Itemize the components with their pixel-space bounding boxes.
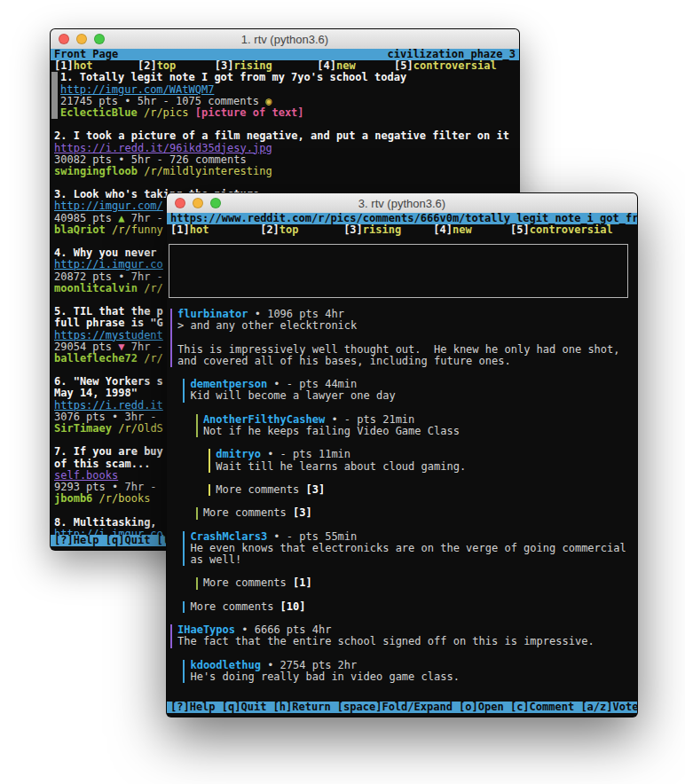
tab-controversial[interactable]: controversial bbox=[530, 224, 613, 236]
tab-new-key[interactable]: [4] bbox=[433, 224, 453, 236]
post-flair: [picture of text] bbox=[195, 107, 304, 119]
comment-username[interactable]: dementperson bbox=[190, 379, 267, 390]
post-link[interactable]: http://imgur.com/ bbox=[54, 200, 163, 212]
post-subreddit[interactable]: /r/pics bbox=[144, 107, 189, 119]
tab-hot-key[interactable]: [1] bbox=[170, 224, 190, 236]
tab-top-key[interactable]: [2] bbox=[260, 224, 280, 236]
tab-top[interactable]: top bbox=[157, 60, 177, 72]
post-subreddit[interactable]: /r/books bbox=[99, 493, 151, 505]
post-author-line[interactable]: EclecticBlue /r/pics [picture of text] bbox=[51, 107, 519, 119]
more-comments-line[interactable]: More comments [3] bbox=[167, 484, 637, 496]
tab-new[interactable]: new bbox=[336, 60, 356, 72]
comment-username[interactable]: CrashMclars3 bbox=[190, 531, 267, 543]
comment-body-line[interactable]: Not if he keeps failing Video Game Class bbox=[167, 426, 637, 437]
post-author[interactable]: ballefleche72 bbox=[54, 353, 138, 365]
post-meta-line[interactable]: 30082 pts • 5hr - 726 comments bbox=[51, 154, 519, 166]
comment-text: He even knows that electronicks are on t… bbox=[190, 543, 626, 554]
comment-username[interactable]: AnotherFilthyCashew bbox=[203, 414, 325, 426]
tab-controversial-key[interactable]: [5] bbox=[510, 224, 530, 236]
minimize-icon[interactable] bbox=[193, 198, 203, 208]
comment-username[interactable]: IHaeTypos bbox=[177, 624, 235, 636]
tab-controversial-key[interactable]: [5] bbox=[394, 60, 413, 72]
tab-rising[interactable]: rising bbox=[363, 224, 401, 236]
comment-body-line[interactable]: This is impressively well thought out. H… bbox=[167, 344, 637, 356]
tab-controversial[interactable]: controversial bbox=[413, 60, 497, 72]
comment-username[interactable]: kdoodlethug bbox=[190, 660, 260, 671]
post-author[interactable]: SirTimaey bbox=[54, 423, 112, 435]
post-author[interactable]: EclecticBlue bbox=[60, 107, 138, 119]
zoom-icon[interactable] bbox=[94, 34, 105, 44]
comment-header-line[interactable]: CrashMclars3 • - pts 55min bbox=[167, 531, 637, 543]
comment-body-line[interactable]: as well! bbox=[167, 554, 637, 566]
more-comments-line[interactable]: More comments [1] bbox=[167, 577, 637, 589]
comment-header-line[interactable]: dmitryo • - pts 11min bbox=[167, 449, 637, 460]
comment-header-line[interactable]: AnotherFilthyCashew • - pts 21min bbox=[167, 414, 637, 426]
more-comments-label: More comments bbox=[216, 484, 305, 496]
more-comments-line[interactable]: More comments [3] bbox=[167, 507, 637, 519]
post-subreddit[interactable]: /r/mildlyinteresting bbox=[144, 166, 272, 177]
post-author[interactable]: moonlitcalvin bbox=[54, 283, 138, 294]
post-title: Totally legit note I got from my 7yo's s… bbox=[240, 259, 566, 260]
post-link[interactable]: http://i.imgur.co bbox=[54, 259, 163, 270]
post-title-line[interactable]: 1. Totally legit note I got from my 7yo'… bbox=[51, 72, 519, 83]
post-author[interactable]: jbomb6 bbox=[54, 493, 92, 505]
comment-text: This is impressively well thought out. H… bbox=[177, 344, 620, 356]
post-link-line[interactable]: http://imgur.com/WAtWQM7 bbox=[51, 84, 519, 96]
comment-body-line[interactable]: Kid will become a lawyer one day bbox=[167, 390, 637, 402]
post-subreddit[interactable]: /r/funny bbox=[112, 224, 163, 236]
close-icon[interactable] bbox=[59, 34, 69, 44]
tab-hot[interactable]: hot bbox=[190, 224, 209, 236]
post-link[interactable]: self.books bbox=[54, 470, 118, 482]
comment-depth-bar bbox=[183, 601, 185, 613]
post-title-line[interactable]: 2. I took a picture of a film negative, … bbox=[51, 130, 519, 142]
titlebar[interactable]: 1. rtv (python3.6) bbox=[51, 29, 519, 50]
comment-body-line[interactable]: and covered all of his bases, including … bbox=[167, 356, 637, 367]
comment-body-line[interactable]: Wait till he learns about cloud gaming. bbox=[167, 461, 637, 473]
post-author-line[interactable]: swingingfloob /r/mildlyinteresting bbox=[51, 166, 519, 177]
tab-new[interactable]: new bbox=[453, 224, 472, 236]
tab-top[interactable]: top bbox=[280, 224, 299, 236]
titlebar[interactable]: 3. rtv (python3.6) bbox=[167, 193, 637, 214]
comment-body-line[interactable]: He's doing really bad in video game clas… bbox=[167, 671, 637, 683]
minimize-icon[interactable] bbox=[76, 34, 87, 44]
post-link[interactable]: https://i.redd.it bbox=[54, 400, 163, 412]
comment-header-line[interactable]: flurbinator • 1096 pts 4hr bbox=[167, 309, 637, 320]
comment-username[interactable]: dmitryo bbox=[216, 449, 261, 460]
post-author[interactable]: blaQriot bbox=[54, 224, 106, 236]
post-subreddit[interactable]: /r/ bbox=[144, 353, 163, 365]
tab-rising[interactable]: rising bbox=[233, 60, 272, 72]
comment-body-line[interactable]: The fact that the entire school signed o… bbox=[167, 636, 637, 647]
comment-body-line[interactable]: > and any other elecktronick bbox=[167, 320, 637, 332]
terminal-window-comments[interactable]: 3. rtv (python3.6) https://www.reddit.co… bbox=[166, 192, 638, 717]
post-author[interactable]: EclecticBlue bbox=[240, 270, 317, 271]
post-title: 8. Multitasking, bbox=[54, 517, 163, 529]
post-link-line[interactable]: https://i.redd.it/96ikd35djesy.jpg bbox=[51, 143, 519, 154]
comment-username[interactable]: flurbinator bbox=[177, 309, 248, 320]
tab-hot[interactable]: hot bbox=[74, 60, 93, 72]
tab-new-key[interactable]: [4] bbox=[317, 60, 336, 72]
tab-rising-key[interactable]: [3] bbox=[215, 60, 234, 72]
post-author[interactable]: swingingfloob bbox=[54, 166, 138, 177]
tab-rising-key[interactable]: [3] bbox=[343, 224, 363, 236]
post-link[interactable]: https://i.redd.it/96ikd35djesy.jpg bbox=[54, 143, 272, 154]
comment-header-line[interactable]: IHaeTypos • 6666 pts 4hr bbox=[167, 624, 637, 636]
post-flair: [picture of text] bbox=[317, 270, 432, 271]
post-meta-line[interactable]: 21745 pts • 5hr - 1075 comments ◉ bbox=[51, 96, 519, 107]
post-summary-box[interactable]: Totally legit note I got from my 7yo's s… bbox=[169, 244, 628, 298]
tab-hot-key[interactable]: [1] bbox=[54, 60, 74, 72]
comment-body-line[interactable]: He even knows that electronicks are on t… bbox=[167, 543, 637, 554]
post-subreddit[interactable]: /r/ bbox=[144, 283, 163, 294]
post-link[interactable]: http://imgur.com/WAtWQM7 bbox=[60, 84, 214, 96]
comment-header-line[interactable]: dementperson • - pts 44min bbox=[167, 379, 637, 390]
close-icon[interactable] bbox=[175, 198, 185, 208]
blank-line bbox=[167, 648, 637, 660]
comment-header-line[interactable]: kdoodlethug • 2754 pts 2hr bbox=[167, 660, 637, 671]
zoom-icon[interactable] bbox=[210, 198, 221, 208]
more-comments-count: [3] bbox=[306, 484, 326, 496]
post-meta: 30082 pts • 5hr - 726 comments bbox=[54, 154, 247, 166]
post-subreddit[interactable]: /r/OldS bbox=[118, 423, 163, 435]
post-link[interactable]: https://mystudent bbox=[54, 330, 163, 341]
tab-top-key[interactable]: [2] bbox=[138, 60, 157, 72]
post-link[interactable]: http://imgur.com/WAtWQM7 bbox=[240, 282, 393, 283]
more-comments-line[interactable]: More comments [10] bbox=[167, 601, 637, 613]
